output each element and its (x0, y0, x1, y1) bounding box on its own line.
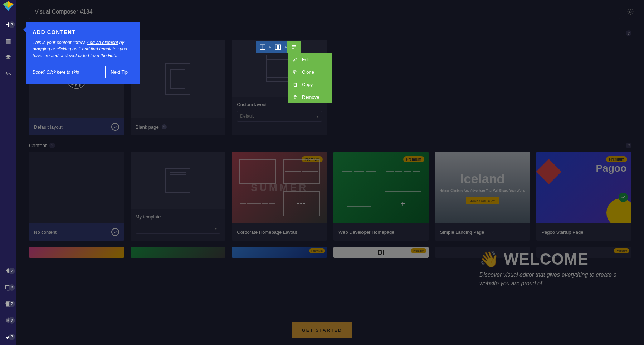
breadcrumb-row[interactable] (256, 41, 269, 53)
help-badge-icon: ? (9, 268, 15, 274)
card-preview (29, 152, 124, 223)
row-icon (259, 44, 266, 50)
svg-rect-0 (6, 39, 10, 40)
breadcrumb-column[interactable] (272, 41, 285, 53)
menu-item-edit[interactable]: Edit (288, 53, 332, 66)
welcome-block: 👋 WELCOME Discover visual editor that gi… (479, 250, 630, 288)
svg-rect-1 (6, 40, 10, 41)
menu-label: Edit (302, 57, 310, 62)
my-template-body: My template (131, 209, 226, 239)
menu-item-copy[interactable]: Copy (288, 78, 332, 91)
help-badge-icon: ? (9, 284, 15, 291)
tree-view-button[interactable] (0, 49, 16, 66)
wave-emoji: 👋 (479, 250, 499, 268)
help-badge-icon: ? (9, 21, 15, 28)
add-element-link[interactable]: Add an element (87, 40, 118, 45)
insights-button[interactable]: ? (0, 263, 16, 279)
next-tip-button[interactable]: Next Tip (105, 66, 133, 79)
element-breadcrumb: ▸ ▸ (256, 41, 301, 53)
card-footer: No content (29, 223, 124, 241)
settings-button[interactable]: ? (0, 312, 16, 329)
clipboard-icon (293, 82, 298, 87)
menu-label: Clone (302, 69, 314, 75)
card-footer: Default layout (29, 118, 124, 135)
custom-layout-select[interactable]: Default (237, 111, 322, 122)
card-label: Default layout (34, 124, 63, 130)
card-label: Simple Landing Page (440, 230, 484, 235)
clone-icon (293, 70, 298, 75)
gear-icon (627, 8, 634, 15)
card-preview: Pagoo Premium (536, 152, 631, 223)
help-icon[interactable]: ? (626, 143, 631, 148)
info-icon: ? (162, 124, 167, 129)
skip-link[interactable]: Click here to skip (47, 70, 79, 75)
help-icon[interactable]: ? (626, 30, 631, 36)
my-template-select[interactable] (136, 223, 221, 234)
undo-button[interactable] (0, 66, 16, 82)
card-preview: Iceland Hiking, Climbing And Adventure T… (435, 152, 530, 223)
card-footer: Simple Landing Page (435, 223, 530, 241)
check-badge-icon (619, 193, 628, 202)
tooltip-footer: Done? Click here to skip Next Tip (33, 66, 133, 79)
svg-rect-2 (6, 42, 10, 43)
template-thumb[interactable] (131, 247, 226, 258)
templates-button[interactable] (0, 33, 16, 49)
layers-icon (5, 54, 12, 61)
card-preview: SUMMER Premium ••• (232, 152, 327, 223)
hub-link[interactable]: Hub (108, 53, 116, 58)
content-card-my-template[interactable]: My template (131, 152, 226, 241)
content-card-simple[interactable]: Iceland Hiking, Climbing And Adventure T… (435, 152, 530, 241)
hub-button[interactable]: ? (0, 296, 16, 312)
menu-label: Remove (302, 94, 319, 100)
svg-rect-17 (294, 70, 296, 73)
add-content-button[interactable]: ? (0, 16, 16, 33)
responsive-button[interactable]: ? (0, 279, 16, 296)
content-card-webdev[interactable]: Premium + Web Developer Homepage (333, 152, 429, 241)
card-footer: Web Developer Homepage (333, 223, 429, 241)
help-badge-icon: ? (9, 317, 15, 324)
layout-overlay: + (333, 152, 429, 223)
chevron-right-icon: ▸ (269, 45, 272, 49)
content-section-header: Content ? ? (29, 143, 631, 148)
info-icon[interactable]: ? (49, 143, 55, 148)
page-title-input[interactable] (29, 5, 620, 19)
layout-card-blank[interactable]: Blank page ? (131, 40, 226, 135)
preview-cta: BOOK YOUR STAY (466, 197, 498, 204)
content-card-none[interactable]: No content (29, 152, 124, 241)
breadcrumb-text-block[interactable] (287, 41, 301, 53)
help-badge-icon: ? (9, 334, 15, 340)
get-started-button[interactable]: GET STARTED (292, 322, 352, 338)
card-preview (131, 40, 226, 118)
tooltip-title: ADD CONTENT (33, 28, 133, 36)
card-label: No content (34, 230, 57, 235)
app-logo (0, 0, 16, 16)
card-footer: Blank page ? (131, 118, 226, 135)
page-settings-button[interactable] (624, 5, 637, 18)
svg-rect-19 (294, 83, 297, 86)
content-card-corporate[interactable]: SUMMER Premium ••• Corporate Homepage La… (232, 152, 327, 241)
content-card-pagoo[interactable]: Pagoo Premium Pagoo Startup Page (536, 152, 631, 241)
menu-item-remove[interactable]: Remove (288, 91, 332, 103)
template-thumb[interactable]: Premium (232, 247, 327, 258)
card-label: Corporate Homepage Layout (237, 230, 297, 235)
svg-rect-12 (275, 45, 278, 50)
card-label: Pagoo Startup Page (541, 230, 583, 235)
preview-sub: Hiking, Climbing And Adventure That Will… (440, 189, 525, 192)
svg-rect-18 (294, 72, 297, 74)
column-icon (275, 44, 281, 50)
template-thumb[interactable]: BiPremium (333, 247, 429, 258)
selected-check-icon (111, 123, 119, 131)
templates-icon (5, 38, 12, 45)
svg-rect-13 (279, 45, 281, 50)
publish-button[interactable]: ? (0, 329, 16, 345)
template-thumb[interactable] (29, 247, 124, 258)
undo-icon (5, 70, 12, 78)
menu-item-clone[interactable]: Clone (288, 66, 332, 78)
content-grid: No content My template (29, 152, 631, 241)
sidebar: ? ? ? ? ? ? (0, 0, 16, 345)
preview-title: Iceland (460, 172, 504, 187)
welcome-sub: Discover visual editor that gives everyt… (479, 271, 630, 288)
svg-rect-20 (294, 83, 296, 83)
element-context-menu: Edit Clone Copy Remove (288, 53, 332, 103)
layout-overlay: ••• (232, 152, 327, 223)
